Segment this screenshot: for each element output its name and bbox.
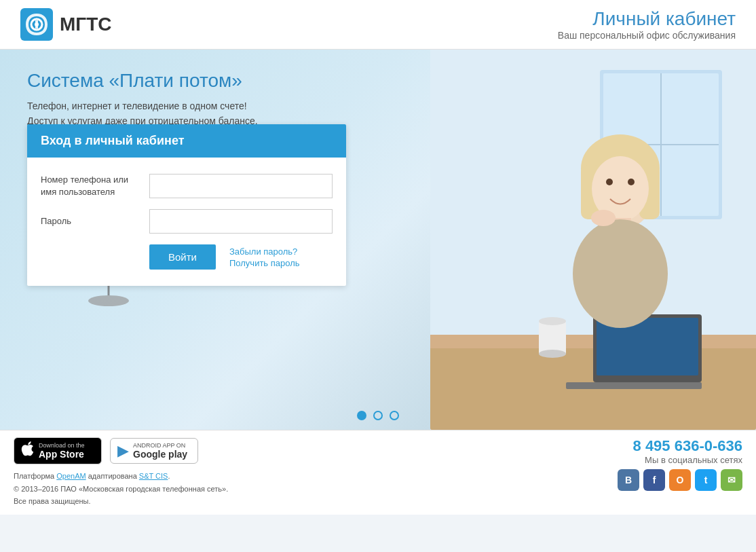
copyright-line2: © 2013–2016 ПАО «Московская городская те… — [14, 483, 228, 496]
svg-point-15 — [539, 317, 566, 325]
svg-point-25 — [573, 219, 668, 328]
header-subtitle: Ваш персональный офис обслуживания — [558, 30, 736, 41]
apple-icon — [21, 441, 35, 460]
svg-rect-13 — [566, 382, 702, 389]
copyright-line1: Платформа OpenAM адаптирована S&T CIS. — [14, 470, 228, 483]
carousel-dot-2[interactable] — [373, 411, 383, 420]
carousel-dot-1[interactable] — [357, 411, 366, 420]
google-play-icon: ▶ — [117, 442, 129, 460]
footer: Download on the App Store ▶ ANDROID APP … — [0, 430, 756, 515]
login-button[interactable]: Войти — [149, 244, 216, 270]
googleplay-small: ANDROID APP ON — [133, 442, 187, 449]
logo-text: МГТС — [60, 14, 112, 35]
appstore-badge[interactable]: Download on the App Store — [14, 437, 102, 464]
main-banner: Система «Плати потом» Телефон, интернет … — [0, 50, 756, 430]
svg-point-16 — [539, 350, 566, 358]
svg-point-2 — [35, 22, 39, 26]
social-label: Мы в социальных сетях — [618, 455, 742, 465]
social-facebook-button[interactable]: f — [643, 469, 665, 491]
promo-line1: Телефон, интернет и телевидение в одном … — [27, 100, 247, 111]
social-icons: В f О t ✉ — [618, 469, 742, 491]
login-form-header: Вход в личный кабинет — [27, 124, 346, 158]
header-right: Личный кабинет Ваш персональный офис обс… — [558, 8, 736, 41]
copyright-line3: Все права защищены. — [14, 495, 228, 508]
forgot-password-link[interactable]: Забыли пароль? — [229, 246, 300, 257]
username-row: Номер телефона илиимя пользователя — [41, 174, 333, 198]
svg-point-30 — [88, 295, 129, 306]
appstore-small: Download on the — [39, 442, 85, 449]
googleplay-text: ANDROID APP ON Google play — [133, 442, 187, 460]
appstore-big: App Store — [39, 449, 85, 460]
username-label: Номер телефона илиимя пользователя — [41, 174, 149, 198]
header: МГТС Личный кабинет Ваш персональный офи… — [0, 0, 756, 50]
svg-point-26 — [591, 210, 616, 226]
social-vk-button[interactable]: В — [618, 469, 639, 491]
promo-title: Система «Плати потом» — [27, 70, 258, 92]
social-ok-button[interactable]: О — [669, 469, 691, 491]
mgts-logo-icon — [20, 8, 53, 41]
header-title: Личный кабинет — [558, 8, 736, 30]
logo-area: МГТС — [20, 8, 112, 41]
password-row: Пароль — [41, 209, 333, 234]
carousel-dots — [357, 411, 399, 420]
password-input[interactable] — [149, 209, 333, 234]
svg-point-22 — [606, 179, 613, 185]
phone-number: 8 495 636-0-636 — [618, 437, 742, 455]
openam-link[interactable]: OpenAM — [56, 472, 86, 480]
forgot-links: Забыли пароль? Получить пароль — [229, 246, 300, 268]
form-actions: Войти Забыли пароль? Получить пароль — [149, 244, 333, 270]
googleplay-badge[interactable]: ▶ ANDROID APP ON Google play — [110, 438, 198, 464]
login-form: Вход в личный кабинет Номер телефона или… — [27, 124, 346, 286]
get-password-link[interactable]: Получить пароль — [229, 258, 300, 268]
app-badges: Download on the App Store ▶ ANDROID APP … — [14, 437, 228, 464]
s-and-t-link[interactable]: S&T CIS — [139, 472, 168, 480]
footer-right: 8 495 636-0-636 Мы в социальных сетях В … — [618, 437, 742, 491]
carousel-dot-3[interactable] — [390, 411, 399, 420]
social-twitter-button[interactable]: t — [695, 469, 717, 491]
banner-image — [430, 50, 756, 430]
footer-left: Download on the App Store ▶ ANDROID APP … — [14, 437, 228, 508]
username-input[interactable] — [149, 174, 333, 198]
social-email-button[interactable]: ✉ — [721, 469, 742, 491]
password-label: Пароль — [41, 215, 149, 227]
svg-point-23 — [628, 179, 635, 185]
googleplay-big: Google play — [133, 449, 187, 460]
login-form-body: Номер телефона илиимя пользователя Парол… — [27, 158, 346, 286]
appstore-text: Download on the App Store — [39, 442, 85, 460]
footer-copyright: Платформа OpenAM адаптирована S&T CIS. ©… — [14, 470, 228, 508]
